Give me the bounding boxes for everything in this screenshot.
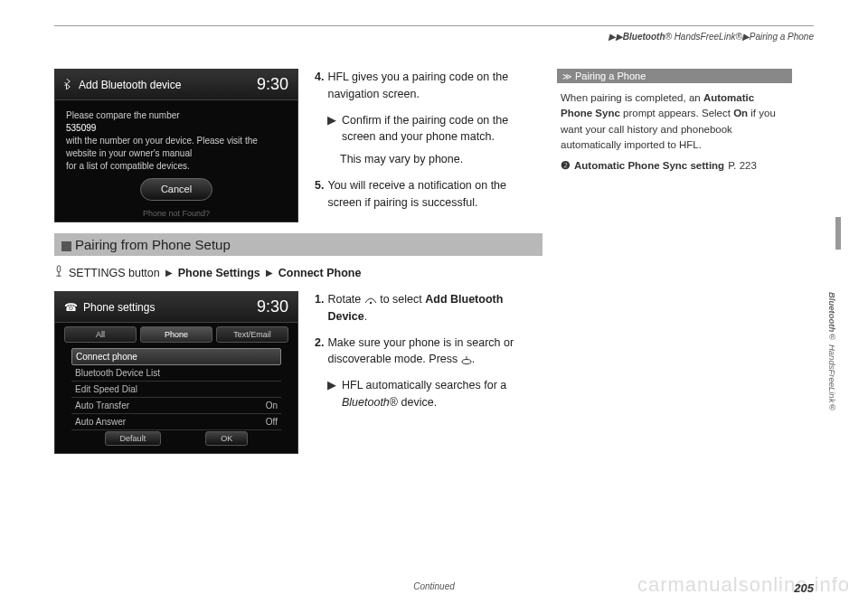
breadcrumb-sep2: ▶ (742, 32, 750, 42)
vert-em: Bluetooth (827, 292, 837, 332)
column-right-2 (557, 291, 792, 465)
list-item[interactable]: Connect phone (71, 348, 281, 365)
column-middle-2: 1. Rotate to select Add Bluetooth Device… (315, 291, 541, 465)
svg-point-2 (462, 359, 471, 363)
press-icon (461, 353, 472, 365)
breadcrumb-part1-rest: ® HandsFreeLink® (665, 32, 742, 42)
s1-pre: Rotate (327, 293, 363, 306)
breadcrumb: ▶▶Bluetooth® HandsFreeLink®▶Pairing a Ph… (54, 32, 814, 42)
menu-path: SETTINGS button ▶ Phone Settings ▶ Conne… (54, 265, 814, 280)
ss-line1: Please compare the number (66, 109, 287, 122)
screenshot2-header: ☎ Phone settings 9:30 (55, 292, 297, 323)
list-item[interactable]: Auto TransferOn (71, 398, 281, 414)
ss-code: 535099 (66, 122, 287, 135)
screenshot2-title: ☎ Phone settings (64, 301, 155, 314)
row-label: Auto Transfer (75, 401, 129, 410)
step-2-num: 2. (315, 335, 324, 369)
content-columns-2: ☎ Phone settings 9:30 All Phone Text/Ema… (54, 291, 814, 465)
step-4-text: HFL gives you a pairing code on the navi… (327, 69, 541, 103)
breadcrumb-part2: Pairing a Phone (750, 32, 814, 42)
sb-body1: When pairing is completed, an (561, 92, 703, 103)
step-4-sub: ▶ Confirm if the pairing code on the scr… (327, 112, 541, 146)
row-value: On (266, 401, 278, 410)
screenshot-clock: 9:30 (257, 75, 288, 94)
ss-line2: with the number on your device. Please v… (66, 135, 287, 147)
ok-button[interactable]: OK (205, 431, 248, 446)
row-label: Bluetooth Device List (75, 368, 160, 378)
step-5: 5. You will receive a notification on th… (315, 177, 541, 212)
sb-bold2: On (733, 108, 748, 118)
list-item[interactable]: Edit Speed Dial (71, 382, 281, 398)
svg-point-1 (370, 302, 372, 304)
tab-text-email[interactable]: Text/Email (216, 326, 288, 343)
path-p1: SETTINGS button (69, 267, 160, 279)
path-p3: Connect Phone (278, 267, 362, 279)
s1-post: to select (377, 293, 426, 306)
s2-text: Make sure your phone is in search or dis… (327, 336, 514, 366)
screenshot-title: Add Bluetooth device (64, 79, 181, 91)
row-label: Connect phone (76, 352, 137, 362)
content-columns: Add Bluetooth device 9:30 Please compare… (54, 69, 814, 233)
vertical-section-label: Bluetooth® HandsFreeLink® (827, 271, 837, 434)
cancel-button[interactable]: Cancel (140, 178, 212, 201)
triangle-icon: ▶ (165, 268, 173, 278)
tab-all[interactable]: All (64, 326, 137, 343)
vert-rest: ® HandsFreeLink® (827, 333, 837, 413)
link-icon: ❷ (561, 158, 571, 174)
step-2: 2. Make sure your phone is in search or … (315, 335, 541, 369)
page-number: 205 (794, 581, 814, 595)
nav-screenshot-phone-settings: ☎ Phone settings 9:30 All Phone Text/Ema… (54, 291, 298, 454)
row-value: Off (266, 417, 278, 427)
sidebar-body: When pairing is completed, an Automatic … (557, 90, 792, 174)
s2-tail: . (472, 353, 475, 365)
row-label: Edit Speed Dial (75, 384, 137, 394)
breadcrumb-part1-em: Bluetooth (623, 32, 665, 42)
step-1-num: 1. (315, 291, 324, 325)
nav-screenshot-add-bt: Add Bluetooth device 9:30 Please compare… (54, 69, 298, 222)
dial-icon (364, 293, 377, 306)
screenshot-body: Please compare the number 535099 with th… (55, 100, 297, 210)
step-2-text: Make sure your phone is in search or dis… (327, 335, 541, 369)
sidebar-title-text: Pairing a Phone (575, 71, 646, 81)
column-left: Add Bluetooth device 9:30 Please compare… (54, 69, 298, 233)
path-p2: Phone Settings (178, 267, 260, 279)
step-1: 1. Rotate to select Add Bluetooth Device… (315, 291, 541, 325)
sidebar-title: ≫ Pairing a Phone (557, 69, 792, 83)
selector-icon (54, 265, 63, 280)
ss-footer: Phone not Found? (55, 209, 297, 218)
sb-body2: prompt appears. Select (620, 108, 733, 118)
square-bullet-icon (61, 241, 71, 251)
step-4-note: This may vary by phone. (340, 151, 541, 168)
sidebar-xref: ❷ Automatic Phone Sync setting P. 223 (561, 158, 788, 174)
screenshot2-clock: 9:30 (257, 297, 288, 316)
svg-rect-0 (57, 266, 61, 272)
screenshot-title-text: Add Bluetooth device (79, 79, 181, 91)
ss-line4: for a list of compatible devices. (66, 160, 287, 173)
section-header: Pairing from Phone Setup (54, 233, 542, 256)
step-4: 4. HFL gives you a pairing code on the n… (315, 69, 541, 103)
tab-phone[interactable]: Phone (140, 326, 212, 343)
list-item[interactable]: Bluetooth Device List (71, 365, 281, 382)
step-2-sub-text: HFL automatically searches for a Bluetoo… (342, 377, 541, 411)
step-4-num: 4. (315, 69, 324, 103)
screenshot2-title-text: Phone settings (83, 301, 155, 314)
top-rule (54, 25, 814, 26)
xref-label: Automatic Phone Sync setting (574, 158, 724, 174)
bluetooth-icon (64, 79, 73, 91)
xref-icon: ≫ (562, 71, 571, 81)
default-button[interactable]: Default (105, 431, 162, 446)
row-label: Auto Answer (75, 417, 126, 427)
xref-page: P. 223 (728, 158, 757, 174)
manual-page: ▶▶Bluetooth® HandsFreeLink®▶Pairing a Ph… (0, 0, 868, 613)
tab-phone-label: Phone (165, 330, 188, 339)
s2sub-post: ® device. (390, 396, 437, 409)
column-right: ≫ Pairing a Phone When pairing is comple… (557, 69, 792, 233)
ss-line3: website in your owner's manual (66, 147, 287, 160)
breadcrumb-sep: ▶▶ (609, 32, 623, 42)
phone-icon: ☎ (64, 301, 78, 314)
triangle-icon: ▶ (327, 112, 336, 146)
step-5-text: You will receive a notification on the s… (327, 177, 541, 212)
step-5-num: 5. (315, 177, 324, 212)
step-4-sub-text: Confirm if the pairing code on the scree… (342, 112, 541, 146)
s1-tail: . (364, 310, 367, 323)
